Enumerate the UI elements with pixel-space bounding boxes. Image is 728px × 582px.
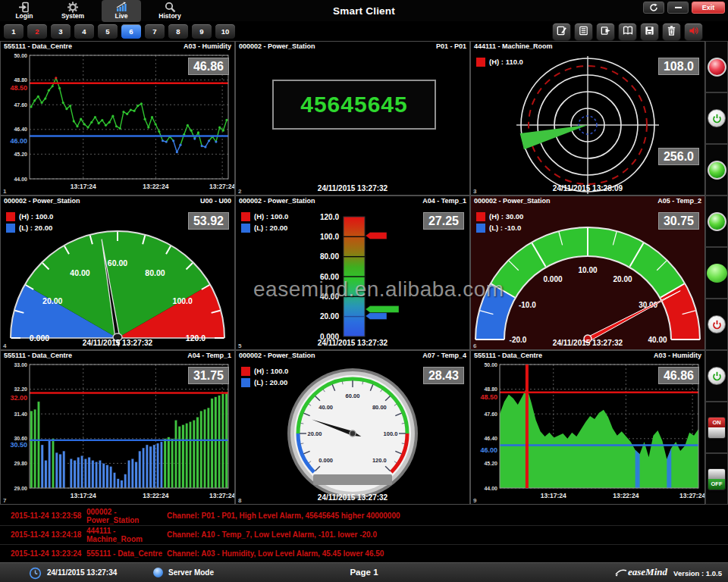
legend-row: (L) : 20.00 (241, 377, 288, 388)
status-bar: 24/11/2015 13:27:34 Server Mode Page 1 e… (0, 562, 728, 582)
panel-header: 000002 - Power_StationA04 - Temp_1 (236, 196, 469, 207)
high-limit-label: 48.50 (480, 393, 497, 401)
panel-8[interactable]: 000002 - Power_StationA07 - Temp_40.0002… (235, 350, 470, 505)
page-tab-7[interactable]: 7 (144, 23, 165, 39)
top-nav-bar: LoginSystemLiveHistory Smart Client Exit (0, 0, 728, 21)
page-tab-4[interactable]: 4 (74, 23, 95, 39)
high-limit-label: 32.00 (10, 394, 27, 402)
refresh-button[interactable] (643, 2, 664, 14)
panel-legend: (H) : 100.0(L) : 20.00 (241, 365, 288, 388)
panel-timestamp: 24/11/2015 13:27:32 (1, 339, 234, 347)
y-axis-tick: 31.40 (14, 411, 27, 417)
refresh-icon (649, 3, 658, 12)
panel-timestamp: 24/11/2015 13:27:32 (236, 184, 469, 192)
led-green-indicator[interactable] (707, 264, 727, 283)
panel-number: 1 (3, 188, 6, 195)
alarm-row[interactable]: 2015-11-24 13:24:18444111 - Machine_Room… (0, 525, 728, 545)
exit-button[interactable]: Exit (692, 2, 725, 14)
page-tab-10[interactable]: 10 (215, 23, 236, 39)
legend-label: (H) : 100.0 (254, 212, 288, 221)
y-axis-tick: 44.00 (484, 486, 497, 491)
gauge-tick-label: 40.00 (70, 268, 89, 277)
panel-9[interactable]: 555111 - Data_CentreA03 - Humidity50.004… (470, 350, 705, 505)
list-icon (578, 25, 589, 39)
y-axis-tick: 45.20 (484, 461, 497, 466)
trash-button[interactable] (662, 23, 681, 41)
panel-4[interactable]: 000002 - Power_StationU00 - U000.00020.0… (0, 196, 235, 350)
switch-label: ON (712, 419, 720, 426)
switch-label: OFF (711, 480, 723, 487)
low-limit-label: 30.50 (10, 441, 27, 449)
page-tab-8[interactable]: 8 (168, 23, 189, 39)
panel-header: 555111 - Data_CentreA04 - Temp_1 (1, 351, 234, 361)
panel-header: 555111 - Data_CentreA03 - Humidity (1, 42, 234, 52)
scale-tick-label: 60.00 (320, 273, 339, 281)
indicator-green-button-2[interactable] (708, 212, 726, 231)
value-badge: 46.86 (188, 58, 229, 75)
power-green-button-1[interactable] (708, 109, 726, 127)
page-tab-3[interactable]: 3 (50, 23, 71, 39)
value-badge: 46.86 (658, 367, 699, 384)
legend-label: (L) : -10.0 (489, 224, 521, 232)
panel-timestamp: 24/11/2015 13:27:32 (236, 493, 469, 502)
indicator-green-button-1[interactable] (708, 161, 726, 180)
panel-2[interactable]: 000002 - Power_StationP01 - P0124/11/201… (235, 41, 470, 196)
power-red-button-cell (705, 299, 728, 350)
legend-row: (H) : 30.00 (476, 211, 523, 222)
power-green-button-2-cell (705, 350, 728, 402)
list-button[interactable] (574, 23, 593, 41)
power-red-button[interactable] (708, 315, 726, 333)
digital-readout: 45645645 (272, 80, 436, 130)
scale-tick-label: 120.0 (320, 213, 339, 221)
rocker-switch-on[interactable]: ON (708, 417, 726, 439)
gauge-tick-label: 0.000 (543, 275, 562, 283)
panel-header: 000002 - Power_StationA05 - Temp_2 (471, 196, 704, 207)
value-badge: 30.75 (658, 212, 699, 230)
indicator-green-button-2-cell (705, 196, 728, 247)
book-button[interactable] (618, 23, 637, 41)
y-axis-tick: 47.60 (14, 102, 27, 108)
alarm-row[interactable]: 2015-11-24 13:23:24555111 - Data_CentreC… (0, 544, 728, 564)
panel-1[interactable]: 555111 - Data_CentreA03 - Humidity50.004… (0, 41, 235, 196)
gauge-tick-label: 20.00 (308, 430, 322, 437)
book-icon (622, 25, 634, 39)
page-tab-5[interactable]: 5 (97, 23, 118, 39)
legend-swatch-icon (241, 224, 250, 233)
gauge-tick-label: 80.00 (145, 268, 165, 277)
panel-6[interactable]: 000002 - Power_StationA05 - Temp_2-20.0-… (470, 196, 705, 350)
page-tab-1[interactable]: 1 (3, 23, 24, 39)
legend-swatch-icon (6, 212, 15, 221)
save-button[interactable] (640, 23, 659, 41)
page-tab-2[interactable]: 2 (27, 23, 48, 39)
page-tab-9[interactable]: 9 (191, 23, 212, 39)
panel-3[interactable]: 444111 - Machine_Room(H) : 110.0108.0256… (470, 41, 705, 196)
y-axis-tick: 48.80 (484, 386, 497, 392)
rocker-switch-off[interactable]: OFF (708, 468, 726, 490)
legend-label: (L) : 20.00 (19, 224, 52, 232)
x-axis-tick: 13:27:24 (209, 492, 234, 499)
panel-number: 9 (473, 497, 476, 504)
x-axis-tick: 13:17:24 (541, 492, 566, 499)
minimize-button[interactable] (667, 2, 689, 14)
alarm-list: 2015-11-24 13:23:58000002 - Power_Statio… (0, 505, 728, 562)
y-axis-tick: 48.80 (14, 77, 27, 83)
edit-button[interactable] (552, 23, 571, 41)
legend-label: (H) : 100.0 (254, 367, 288, 375)
legend-swatch-icon (476, 212, 485, 221)
panel-number: 5 (238, 343, 241, 349)
run-button[interactable] (596, 23, 615, 41)
gauge-tick-label: 10.00 (578, 266, 597, 274)
panel-7[interactable]: 555111 - Data_CentreA04 - Temp_133.0032.… (0, 350, 235, 505)
alarm-row[interactable]: 2015-11-24 13:23:58000002 - Power_Statio… (0, 506, 728, 526)
page-tab-6[interactable]: 6 (121, 23, 142, 39)
power-green-button-2[interactable] (708, 367, 726, 385)
panel-5[interactable]: 000002 - Power_StationA04 - Temp_10.0002… (235, 196, 470, 350)
alarm-message: Channel: A10 - Temp_7, Low Level Alarm, … (167, 530, 377, 539)
sound-button[interactable] (684, 23, 703, 41)
y-axis-tick: 29.80 (14, 461, 27, 466)
high-limit-label: 48.50 (10, 84, 27, 92)
indicator-red-button[interactable] (708, 58, 726, 77)
gauge-tick-label: 120.0 (372, 457, 387, 464)
legend-label: (L) : 20.00 (254, 224, 287, 232)
scale-tick-label: 100.0 (320, 233, 339, 241)
